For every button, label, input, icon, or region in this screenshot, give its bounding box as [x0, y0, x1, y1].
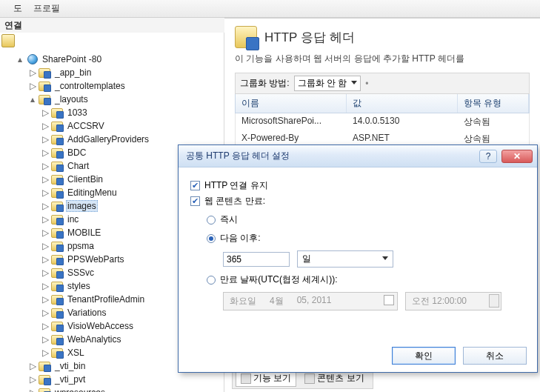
globe-icon [27, 54, 38, 64]
expand-icon[interactable]: ▷ [28, 388, 37, 392]
expand-icon[interactable]: ▷ [41, 241, 50, 251]
expand-icon[interactable]: ▷ [41, 107, 50, 118]
folder-toolbar-icon[interactable] [1, 34, 15, 47]
checkbox-icon: ✔ [190, 181, 200, 190]
expire-unit-dropdown[interactable]: 일 [297, 250, 393, 268]
help-button[interactable]: ? [479, 150, 497, 163]
cell-type: 상속됨 [458, 116, 529, 128]
col-type[interactable]: 항목 유형 [458, 94, 529, 113]
tree-label: _vti_bin [53, 361, 87, 371]
date-day: 05, 2011 [297, 295, 332, 308]
tree-row[interactable]: ▷1033 [3, 106, 224, 119]
tree-label: wnresources [53, 388, 107, 392]
expand-icon[interactable]: ▷ [41, 294, 50, 305]
menu-item[interactable]: 도 [13, 3, 22, 13]
radio-expire-date[interactable]: 만료 날짜(UTC(협정 세계시)): [207, 273, 525, 286]
expand-icon[interactable]: ▷ [41, 308, 50, 318]
radio-icon [207, 216, 216, 225]
dialog-titlebar[interactable]: 공통 HTTP 응답 헤더 설정 ? ✕ [179, 145, 537, 167]
folder-icon [51, 122, 63, 131]
http-headers-dialog: 공통 HTTP 응답 헤더 설정 ? ✕ ✔ HTTP 연결 유지 ✔ 웹 콘텐… [178, 144, 538, 373]
folder-icon [39, 375, 50, 385]
tree-row[interactable]: ▷_controltemplates [3, 79, 224, 93]
expand-icon[interactable]: ▷ [41, 214, 50, 225]
folder-icon [51, 268, 63, 278]
expand-icon[interactable]: ▴ [16, 54, 24, 64]
tree-row[interactable]: ▷_vti_pvt [3, 373, 224, 386]
content-icon [304, 373, 315, 384]
features-icon [241, 373, 251, 384]
expand-icon[interactable]: ▷ [41, 147, 50, 158]
expand-icon[interactable]: ▷ [41, 281, 50, 291]
menu-item[interactable]: 프로필 [33, 3, 60, 13]
expand-icon[interactable]: ▷ [41, 174, 50, 185]
radio-immediate[interactable]: 즉시 [207, 213, 525, 226]
radio-after[interactable]: 다음 이후: [207, 232, 525, 245]
expand-icon[interactable]: ▷ [41, 161, 50, 171]
radio-icon [207, 234, 216, 243]
connections-header: 연결 [0, 18, 224, 33]
expand-icon[interactable]: ▷ [28, 67, 37, 78]
tree-label: inc [66, 214, 80, 225]
cell-name: MicrosoftSharePoi... [236, 116, 347, 128]
expire-value-input[interactable] [223, 252, 290, 267]
radio-icon [207, 276, 216, 285]
expand-icon[interactable]: ▷ [41, 334, 50, 345]
ok-button[interactable]: 확인 [392, 347, 456, 365]
tree-label: SharePoint -80 [41, 54, 103, 64]
table-row[interactable]: MicrosoftSharePoi...14.0.0.5130상속됨 [236, 113, 529, 130]
expire-checkbox[interactable]: ✔ 웹 콘텐츠 만료: [190, 195, 525, 207]
tree-row[interactable]: ▷ACCSRV [3, 119, 224, 133]
tree-label: MOBILE [66, 227, 102, 238]
group-by-value: 그룹화 안 함 [298, 78, 347, 88]
expand-icon[interactable]: ▷ [41, 348, 50, 358]
expand-icon[interactable]: ▷ [41, 187, 50, 198]
keep-alive-label: HTTP 연결 유지 [204, 179, 268, 192]
expand-icon[interactable]: ▷ [41, 134, 50, 144]
radio-date-label: 만료 날짜(UTC(협정 세계시)): [220, 273, 338, 286]
expand-icon[interactable]: ▷ [28, 374, 37, 385]
close-button[interactable]: ✕ [501, 150, 533, 163]
date-dow: 화요일 [230, 295, 256, 308]
folder-icon [39, 95, 50, 104]
expand-icon[interactable]: ▷ [41, 321, 50, 331]
tree-label: _app_bin [53, 67, 93, 78]
expand-icon[interactable]: ▷ [41, 254, 50, 265]
expand-icon[interactable]: ▷ [41, 268, 50, 278]
expand-icon[interactable]: ▷ [41, 201, 50, 211]
checkbox-icon: ✔ [190, 196, 200, 206]
folder-icon [39, 82, 50, 91]
cancel-button[interactable]: 취소 [463, 347, 527, 365]
folder-icon [51, 148, 63, 158]
folder-icon [51, 108, 63, 118]
expire-date-picker: 화요일 4월 05, 2011 [223, 292, 398, 310]
keep-alive-checkbox[interactable]: ✔ HTTP 연결 유지 [190, 179, 525, 192]
radio-after-label: 다음 이후: [220, 232, 261, 245]
expire-unit-value: 일 [302, 253, 311, 264]
tree-row[interactable]: ▷wnresources [3, 386, 224, 392]
col-name[interactable]: 이름 [236, 94, 347, 113]
tree-row[interactable]: ▴_layouts [3, 93, 224, 106]
cell-name: X-Powered-By [236, 133, 347, 145]
tree-label: _controltemplates [53, 81, 127, 91]
date-month: 4월 [270, 295, 284, 308]
expand-icon[interactable]: ▷ [41, 227, 50, 238]
grouping-bar: 그룹화 방법: 그룹화 안 함 • [235, 73, 530, 94]
tree-label: TenantProfileAdmin [66, 294, 146, 305]
tree-row[interactable]: ▷_app_bin [3, 66, 224, 79]
tab-content-label: 콘텐츠 보기 [317, 372, 364, 385]
expand-icon[interactable]: ▷ [41, 121, 50, 131]
folder-icon [51, 348, 63, 358]
col-value[interactable]: 값 [347, 94, 458, 113]
folder-icon [39, 68, 50, 78]
tree-label: Variations [66, 308, 107, 318]
expand-icon[interactable]: ▴ [28, 94, 37, 104]
folder-icon [39, 388, 50, 393]
tree-label: _vti_pvt [53, 374, 87, 385]
spinner-icon [489, 294, 499, 308]
expand-icon[interactable]: ▷ [28, 361, 37, 371]
expand-icon[interactable]: ▷ [28, 81, 37, 91]
group-by-dropdown[interactable]: 그룹화 안 함 [294, 76, 361, 91]
tree-row[interactable]: ▴SharePoint -80 [3, 53, 224, 66]
folder-icon [51, 242, 63, 251]
